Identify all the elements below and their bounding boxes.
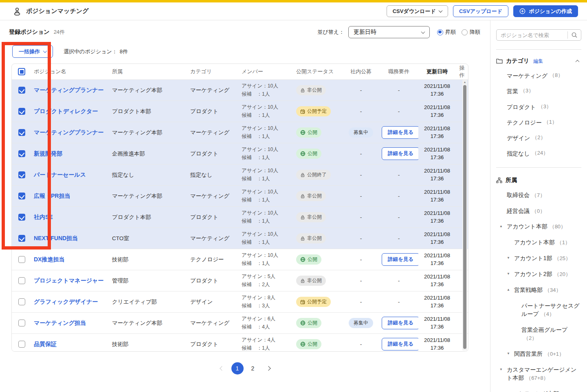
view-details-button[interactable]: 詳細を見る bbox=[382, 253, 418, 266]
csv-upload-button[interactable]: CSVアップロード bbox=[453, 5, 508, 17]
category-edit-link[interactable]: 編集 bbox=[533, 58, 543, 65]
affiliation-section-header: 所属 bbox=[496, 176, 581, 185]
position-name-link[interactable]: DX推進担当 bbox=[34, 256, 64, 263]
position-name-link[interactable]: マーケティングプランナー bbox=[34, 129, 103, 136]
view-details-button[interactable]: 詳細を見る bbox=[382, 126, 418, 139]
publish-status-badge: 公開 bbox=[296, 127, 321, 138]
triangle-up-icon[interactable]: ▲ bbox=[507, 286, 514, 294]
category-item[interactable]: 営業（3） bbox=[496, 83, 581, 99]
sidebar-divider bbox=[496, 167, 581, 168]
chevron-up-icon[interactable] bbox=[576, 59, 580, 64]
row-checkbox[interactable] bbox=[18, 320, 25, 326]
pagination-prev-button[interactable] bbox=[216, 362, 228, 374]
category-item[interactable]: プロダクト（3） bbox=[496, 99, 581, 115]
position-name-link[interactable]: マーケティングプランナー bbox=[34, 87, 103, 93]
row-checkbox[interactable] bbox=[18, 129, 25, 136]
position-search-input[interactable] bbox=[497, 32, 567, 38]
sort-select[interactable]: 更新日時 bbox=[348, 26, 430, 38]
category-item[interactable]: デザイン（2） bbox=[496, 130, 581, 146]
affiliation-item[interactable]: 経営会議（0） bbox=[496, 203, 581, 219]
job-requirements-cell: - bbox=[379, 193, 418, 199]
publish-status-badge: 公開 bbox=[296, 318, 321, 328]
triangle-up-icon[interactable]: ▲ bbox=[499, 222, 507, 230]
position-search-box bbox=[496, 29, 581, 41]
position-name-link[interactable]: プロジェクトマネージャー bbox=[34, 277, 103, 284]
job-requirements-cell: - bbox=[379, 278, 418, 284]
category-item[interactable]: マーケティング（8） bbox=[496, 68, 581, 83]
view-details-button[interactable]: 詳細を見る bbox=[382, 338, 418, 350]
header-members: メンバー bbox=[239, 68, 294, 75]
status-icon bbox=[300, 194, 305, 199]
status-icon bbox=[300, 257, 306, 262]
position-name-link[interactable]: 広報・PR担当 bbox=[34, 193, 70, 199]
position-name-link[interactable]: NEXT FUND担当 bbox=[34, 235, 78, 241]
row-checkbox[interactable] bbox=[18, 341, 25, 348]
affiliation-item[interactable]: ▼アカウント2部（20） bbox=[496, 266, 581, 282]
row-checkbox[interactable] bbox=[18, 214, 25, 221]
row-checkbox[interactable] bbox=[18, 108, 25, 115]
triangle-down-icon[interactable]: ▼ bbox=[499, 366, 507, 374]
triangle-down-icon[interactable]: ▼ bbox=[507, 350, 514, 358]
row-checkbox[interactable] bbox=[18, 235, 25, 242]
csv-download-button[interactable]: CSVダウンロード bbox=[387, 5, 448, 17]
triangle-down-icon[interactable]: ▼ bbox=[499, 390, 507, 392]
position-name-link[interactable]: プロダクトディレクター bbox=[34, 108, 98, 114]
sort-descending-radio[interactable]: 降順 bbox=[462, 28, 480, 36]
affiliation-item[interactable]: ▼関西営業所（0+1） bbox=[496, 346, 581, 362]
pagination-page-2[interactable]: 2 bbox=[247, 362, 259, 374]
scroll-up-arrow-icon[interactable]: ▲ bbox=[462, 80, 467, 85]
affiliation-item[interactable]: ▼カスタマーエンゲージメント本部（67+8） bbox=[496, 362, 581, 386]
row-checkbox[interactable] bbox=[18, 193, 25, 199]
row-checkbox[interactable] bbox=[18, 277, 25, 284]
position-name-link[interactable]: グラフィックデザイナー bbox=[34, 298, 98, 305]
internal-recruitment-cell: - bbox=[343, 341, 379, 348]
row-checkbox[interactable] bbox=[18, 171, 25, 178]
search-icon[interactable] bbox=[568, 32, 581, 38]
position-name-link[interactable]: 品質保証 bbox=[34, 341, 57, 347]
create-position-button[interactable]: ポジションの作成 bbox=[513, 5, 578, 17]
affiliation-item[interactable]: 取締役会（7） bbox=[496, 187, 581, 203]
chevron-down-icon bbox=[438, 9, 442, 13]
pagination-next-button[interactable] bbox=[262, 362, 275, 374]
job-requirements-cell: - bbox=[379, 214, 418, 221]
scrollbar-thumb[interactable] bbox=[463, 85, 466, 349]
position-name-link[interactable]: 社内SE bbox=[34, 214, 53, 220]
table-scrollbar[interactable]: ▲ bbox=[462, 80, 467, 350]
affiliation-item[interactable]: ▲営業戦略部（34） bbox=[496, 282, 581, 298]
department-cell: マーケティング本部 bbox=[110, 129, 188, 136]
triangle-down-icon[interactable]: ▼ bbox=[507, 270, 514, 278]
position-name-link[interactable]: マーケティング担当 bbox=[34, 320, 86, 326]
row-checkbox[interactable] bbox=[18, 298, 25, 305]
job-requirements-cell: 詳細を見る bbox=[379, 253, 418, 266]
affiliation-item[interactable]: ▼アカウント1部（25） bbox=[496, 250, 581, 266]
sort-ascending-radio[interactable]: 昇順 bbox=[437, 28, 456, 36]
publish-status-badge: 公開予定 bbox=[296, 106, 331, 116]
header-category: カテゴリ bbox=[188, 68, 239, 75]
affiliation-item[interactable]: ▲アカウント本部（80） bbox=[496, 219, 581, 234]
pagination-page-1[interactable]: 1 bbox=[231, 362, 244, 374]
department-cell: マーケティング本部 bbox=[110, 193, 188, 200]
row-checkbox[interactable] bbox=[18, 256, 25, 263]
members-cell: アサイン：10人 候補 ：1人 bbox=[239, 103, 294, 119]
category-item[interactable]: 指定なし（24） bbox=[496, 146, 581, 161]
status-icon bbox=[300, 300, 305, 304]
table-row: NEXT FUND担当 CTO室 マーケティング アサイン：10人 候補 ：1人… bbox=[12, 228, 468, 249]
category-item[interactable]: テクノロジー（1） bbox=[496, 115, 581, 130]
department-cell: 技術部 bbox=[110, 341, 188, 348]
triangle-down-icon[interactable]: ▼ bbox=[507, 254, 514, 262]
row-checkbox[interactable] bbox=[18, 87, 25, 94]
affiliation-item[interactable]: ▼マーケティング本部（24+3） bbox=[496, 386, 581, 392]
affiliation-item[interactable]: 営業企画グループ（2） bbox=[496, 322, 581, 346]
affiliation-item[interactable]: アカウント本部（1） bbox=[496, 234, 581, 250]
view-details-button[interactable]: 詳細を見る bbox=[382, 147, 418, 160]
affiliation-item[interactable]: パートナーサクセスグループ（4） bbox=[496, 298, 581, 322]
status-icon bbox=[300, 320, 306, 326]
select-all-checkbox[interactable] bbox=[18, 68, 25, 75]
department-cell: クリエイティブ部 bbox=[110, 298, 188, 306]
view-details-button[interactable]: 詳細を見る bbox=[382, 317, 418, 329]
row-checkbox[interactable] bbox=[18, 150, 25, 157]
bulk-action-button[interactable]: 一括操作 bbox=[12, 45, 53, 58]
position-name-link[interactable]: パートナーセールス bbox=[34, 171, 86, 178]
position-name-link[interactable]: 新規開発部 bbox=[34, 150, 62, 157]
header-actions: 操作 bbox=[456, 64, 468, 79]
